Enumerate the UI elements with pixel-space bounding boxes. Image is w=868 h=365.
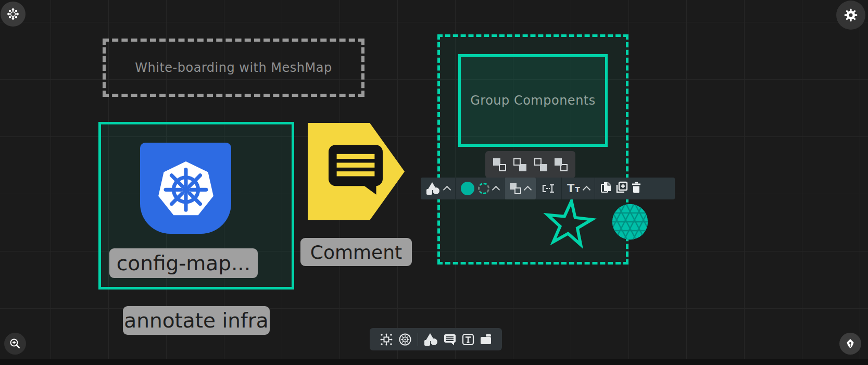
bottom-edge-strip — [0, 359, 868, 365]
pen-nib-icon — [845, 338, 856, 349]
star-outline-icon — [537, 195, 601, 251]
text-icon — [462, 333, 474, 346]
shapes-icon — [424, 333, 438, 346]
layers-icon — [510, 183, 521, 194]
duplicate-button[interactable] — [615, 181, 628, 196]
trash-icon — [632, 182, 641, 193]
shapes-icon — [426, 182, 441, 195]
config-map-label[interactable]: config-map... — [109, 248, 258, 278]
bring-to-front-button[interactable] — [555, 158, 568, 171]
config-map-label-text: config-map... — [117, 251, 250, 275]
text-size-icon: TT — [567, 182, 580, 195]
zorder-popup — [485, 151, 575, 178]
comment-icon — [444, 334, 456, 345]
fill-color-button[interactable] — [461, 182, 474, 195]
zorder-button[interactable] — [504, 178, 536, 199]
zoom-button[interactable] — [4, 333, 26, 355]
bring-forward-button[interactable] — [534, 158, 547, 171]
kubernetes-tool-button[interactable] — [398, 333, 412, 346]
context-toolbar: TT — [421, 178, 675, 199]
note-text: White-boarding with MeshMap — [135, 60, 332, 75]
group-components-label: Group Components — [470, 93, 596, 108]
resize-width-button[interactable] — [536, 178, 561, 199]
copy-icon — [600, 181, 612, 194]
send-backward-button[interactable] — [513, 158, 526, 171]
copy-button[interactable] — [600, 181, 612, 196]
comment-label[interactable]: Comment — [300, 238, 412, 266]
kubernetes-wheel-icon — [155, 158, 217, 219]
comment-tool-button[interactable] — [444, 334, 456, 345]
group-components-node[interactable]: Group Components — [458, 54, 608, 147]
teal-pattern-circle-shape[interactable] — [610, 202, 650, 242]
annotate-infra-label[interactable]: annotate infra — [123, 306, 270, 335]
pen-button[interactable] — [839, 333, 861, 355]
components-tool-button[interactable] — [380, 333, 393, 346]
comment-label-text: Comment — [310, 242, 402, 263]
whiteboard-note-shape[interactable]: White-boarding with MeshMap — [103, 39, 364, 97]
duplicate-icon — [615, 181, 628, 194]
app-menu-button[interactable] — [1, 2, 26, 27]
media-tool-button[interactable] — [480, 334, 492, 345]
dock-divider — [418, 333, 418, 346]
shape-style-button[interactable] — [421, 178, 455, 199]
send-to-back-button[interactable] — [493, 158, 506, 171]
meshery-logo-icon — [7, 8, 19, 20]
text-size-button[interactable]: TT — [561, 178, 595, 199]
kubernetes-icon — [398, 333, 412, 346]
chevron-up-icon — [524, 186, 532, 194]
comment-node[interactable] — [308, 123, 405, 220]
zoom-in-icon — [9, 338, 21, 349]
mesh-pattern-icon — [610, 202, 650, 242]
tools-dock — [370, 328, 502, 350]
comment-bubble-icon — [329, 145, 383, 195]
resize-width-icon — [542, 184, 556, 193]
fill-and-stroke-group — [455, 178, 504, 199]
shapes-tool-button[interactable] — [424, 333, 438, 346]
gear-icon — [844, 8, 858, 22]
chevron-up-icon — [583, 186, 591, 194]
stroke-style-button[interactable] — [478, 183, 489, 194]
annotate-infra-label-text: annotate infra — [124, 309, 268, 332]
clipboard-group — [595, 178, 646, 199]
chevron-up-icon — [492, 186, 500, 194]
circuit-icon — [380, 333, 393, 346]
delete-button[interactable] — [632, 182, 641, 195]
kubernetes-logo-icon — [140, 143, 231, 234]
text-tool-button[interactable] — [462, 333, 474, 346]
settings-button[interactable] — [836, 1, 865, 30]
chevron-up-icon — [443, 186, 451, 194]
media-icon — [480, 334, 492, 345]
star-shape[interactable] — [537, 195, 601, 251]
